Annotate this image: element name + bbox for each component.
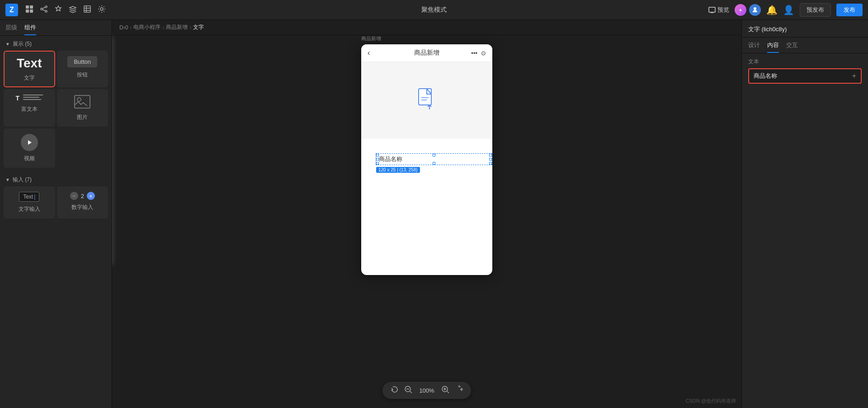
bc-item-0: D›0 <box>119 24 128 31</box>
svg-point-5 <box>41 8 42 10</box>
canvas-workspace[interactable]: 商品新增 ‹ 商品新增 ••• ⊙ <box>112 35 741 408</box>
component-button[interactable]: Button 按钮 <box>57 51 108 87</box>
pre-publish-button[interactable]: 预发布 <box>800 3 831 17</box>
display-components-grid: Text 文字 Button 按钮 T <box>0 51 112 171</box>
phone-white-area: 商品名称 120 x 25 | (13, 258) <box>361 139 492 165</box>
text-field-value: 商品名称 <box>754 72 777 80</box>
watermark: CSDN @低代码布道师 <box>686 398 736 404</box>
avatar-user2 <box>749 4 761 16</box>
topbar-icons <box>25 5 106 15</box>
tab-design[interactable]: 设计 <box>748 41 760 53</box>
avatar-user1: + <box>735 4 746 16</box>
phone-circle-icon[interactable]: ⊙ <box>481 50 486 57</box>
tab-content[interactable]: 内容 <box>767 41 779 53</box>
button-preview: Button <box>67 56 97 67</box>
svg-rect-2 <box>26 9 29 13</box>
component-richtext[interactable]: T 富文本 <box>4 89 55 127</box>
phone-title: 商品新增 <box>414 49 439 57</box>
section-display-header: ▼ 展示 (5) <box>0 36 112 51</box>
svg-line-7 <box>42 7 45 9</box>
component-text[interactable]: Text 文字 <box>4 51 55 87</box>
richtext-label: 富文本 <box>21 105 38 113</box>
video-label: 视频 <box>24 155 35 162</box>
handle-tl[interactable] <box>376 154 379 157</box>
handle-tr[interactable] <box>489 154 492 157</box>
numberinput-preview: − 2 + <box>70 192 95 200</box>
richtext-preview: T <box>15 95 43 102</box>
right-panel-tabs: 设计 内容 交互 <box>742 38 868 53</box>
topbar-right: 预览 + 🔔 👤 预发布 发布 <box>708 3 863 17</box>
svg-point-13 <box>100 8 103 10</box>
grid-icon[interactable] <box>25 5 33 15</box>
component-video[interactable]: 视频 <box>4 128 55 168</box>
handle-tm[interactable] <box>433 154 435 157</box>
undo-button[interactable] <box>391 385 399 395</box>
selected-text-component[interactable]: 商品名称 120 x 25 | (13, 258) <box>376 153 492 165</box>
zoom-level: 100% <box>418 387 436 394</box>
image-preview <box>72 95 92 110</box>
component-image[interactable]: 图片 <box>57 89 108 127</box>
handle-bm[interactable] <box>433 162 435 165</box>
svg-rect-9 <box>84 6 90 12</box>
tab-components[interactable]: 组件 <box>24 24 36 35</box>
avatar-group: + <box>735 4 761 16</box>
svg-marker-18 <box>28 140 32 145</box>
input-section-arrow: ▼ <box>5 177 10 182</box>
topbar-left: Z <box>5 4 106 16</box>
svg-point-6 <box>45 10 47 12</box>
layers-icon[interactable] <box>69 5 77 15</box>
section-text-label: 文本 <box>748 58 862 66</box>
handle-br[interactable] <box>489 162 492 165</box>
gear-icon[interactable] <box>98 5 106 15</box>
text-field-row[interactable]: 商品名称 + <box>748 68 862 84</box>
svg-point-4 <box>45 6 47 8</box>
pin-icon[interactable] <box>54 5 62 15</box>
selected-component-text: 商品名称 <box>379 156 402 162</box>
right-panel-title: 文字 (lich0c8y) <box>742 20 868 38</box>
tab-interact[interactable]: 交互 <box>786 41 798 53</box>
text-label: 文字 <box>24 74 35 82</box>
user-settings-icon[interactable]: 👤 <box>783 5 794 15</box>
share-icon[interactable] <box>40 5 48 15</box>
handle-ml[interactable] <box>376 158 379 161</box>
phone-frame: ‹ 商品新增 ••• ⊙ <box>361 44 492 275</box>
left-panel: 层级 组件 ▼ 展示 (5) Text 文字 Button 按钮 T <box>0 20 112 408</box>
phone-body-image-area <box>361 62 492 139</box>
phone-menu-icon[interactable]: ••• <box>471 50 477 57</box>
svg-rect-1 <box>30 5 33 9</box>
topbar: Z <box>0 0 868 20</box>
bottom-toolbar: 100% <box>382 382 471 399</box>
add-text-button[interactable]: + <box>852 72 856 80</box>
component-numberinput[interactable]: − 2 + 数字输入 <box>57 186 108 218</box>
bc-item-3: 文字 <box>193 24 204 31</box>
textinput-label: 文字输入 <box>19 205 40 213</box>
zoom-in-button[interactable] <box>441 385 449 395</box>
topbar-center: 聚焦模式 <box>421 6 447 14</box>
svg-rect-16 <box>75 95 90 108</box>
breadcrumb: D›0 › 电商小程序 › 商品新增 › 文字 <box>112 20 741 35</box>
publish-button[interactable]: 发布 <box>836 4 863 16</box>
bc-item-2: 商品新增 <box>166 24 188 31</box>
phone-back-button[interactable]: ‹ <box>368 49 370 57</box>
notification-icon[interactable]: 🔔 <box>766 5 778 15</box>
handle-mr[interactable] <box>489 158 492 161</box>
main-layout: 层级 组件 ▼ 展示 (5) Text 文字 Button 按钮 T <box>0 20 868 408</box>
numberinput-label: 数字输入 <box>71 204 93 211</box>
section-input-header: ▼ 输入 (7) <box>0 171 112 186</box>
svg-rect-0 <box>26 5 29 9</box>
tab-layers[interactable]: 层级 <box>5 24 17 35</box>
logo[interactable]: Z <box>5 4 18 16</box>
canvas-area: D›0 › 电商小程序 › 商品新增 › 文字 商品新增 ‹ 商品新增 <box>112 20 741 408</box>
right-section-text: 文本 商品名称 + <box>742 53 868 88</box>
bc-item-1: 电商小程序 <box>133 24 160 31</box>
image-label: 图片 <box>77 114 88 121</box>
svg-rect-3 <box>30 9 33 13</box>
table-icon[interactable] <box>83 5 91 15</box>
zoom-out-button[interactable] <box>404 385 412 395</box>
svg-line-8 <box>42 9 45 11</box>
redo-button[interactable] <box>455 385 463 395</box>
component-textinput[interactable]: Text| 文字输入 <box>4 186 55 218</box>
preview-button[interactable]: 预览 <box>708 6 729 14</box>
handle-bl[interactable] <box>376 162 379 165</box>
phone-header-icons: ••• ⊙ <box>471 50 486 57</box>
